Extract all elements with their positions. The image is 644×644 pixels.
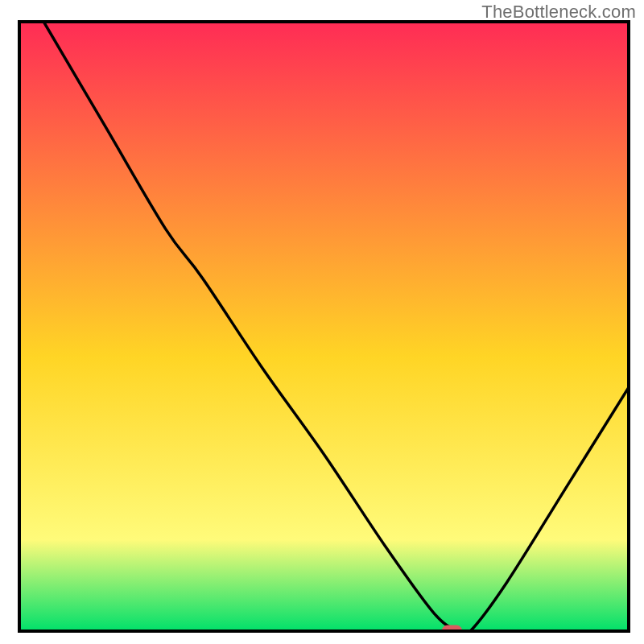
chart-frame: TheBottleneck.com	[0, 0, 644, 644]
bottleneck-chart	[0, 0, 644, 644]
gradient-background	[19, 22, 629, 631]
watermark-text: TheBottleneck.com	[481, 2, 636, 23]
